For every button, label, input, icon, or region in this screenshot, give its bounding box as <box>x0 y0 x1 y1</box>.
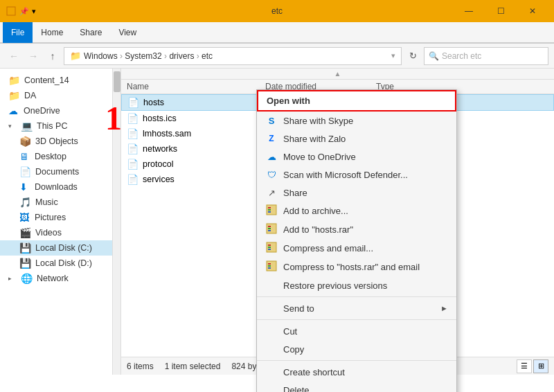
cm-item-compress-hostsrar-email[interactable]: Compress to "hosts.rar" and email <box>257 258 456 276</box>
col-name-header[interactable]: Name <box>127 82 265 91</box>
cm-label: Compress to "hosts.rar" and email <box>283 262 448 272</box>
network-icon: 🌐 <box>21 273 33 284</box>
sidebar-item-downloads[interactable]: ⬇ Downloads <box>0 179 120 195</box>
sidebar-item-label: 3D Objects <box>35 136 78 146</box>
view-details-button[interactable]: ☰ <box>517 359 532 373</box>
sidebar-item-pictures[interactable]: 🖼 Pictures <box>0 210 120 225</box>
sidebar-item-documents[interactable]: 📄 Documents <box>0 164 120 179</box>
maximize-button[interactable]: ☐ <box>485 0 517 22</box>
sidebar-item-3dobjects[interactable]: 📦 3D Objects <box>0 134 120 149</box>
context-menu-header[interactable]: Open with <box>257 90 456 112</box>
cm-item-compress-email[interactable]: Compress and email... <box>257 239 456 258</box>
address-path[interactable]: 📁 Windows › System32 › drivers › etc ▾ <box>64 47 402 65</box>
zalo-icon: Z <box>265 134 278 143</box>
folder-icon: 📁 <box>8 75 20 86</box>
svg-rect-14 <box>268 263 271 265</box>
sidebar-item-videos[interactable]: 🎬 Videos <box>0 225 120 240</box>
archive-icon <box>265 204 278 217</box>
cm-item-add-archive[interactable]: Add to archive... <box>257 202 456 220</box>
path-dropdown[interactable]: ▾ <box>391 51 395 60</box>
cm-item-delete[interactable]: Delete <box>257 381 456 392</box>
cm-label: Compress and email... <box>283 243 448 253</box>
sidebar-item-label: Pictures <box>35 213 66 222</box>
cm-item-copy[interactable]: Copy <box>257 340 456 358</box>
quick-access-pin[interactable]: 📌 <box>19 7 29 16</box>
file-icon: 📄 <box>127 128 138 139</box>
minimize-button[interactable]: — <box>453 0 485 22</box>
tab-share[interactable]: Share <box>71 22 110 43</box>
tab-home[interactable]: Home <box>33 22 71 43</box>
tab-file[interactable]: File <box>3 22 33 43</box>
tab-view[interactable]: View <box>110 22 145 43</box>
folder-icon: 📦 <box>19 136 31 147</box>
cm-item-cut[interactable]: Cut <box>257 322 456 340</box>
sidebar-item-label: This PC <box>37 121 67 131</box>
sidebar-item-desktop[interactable]: 🖥 Desktop <box>0 149 120 164</box>
close-button[interactable]: ✕ <box>517 0 548 22</box>
sidebar-item-label: Videos <box>35 228 62 238</box>
svg-rect-15 <box>268 265 271 267</box>
localdisk-icon: 💾 <box>19 242 31 253</box>
back-button[interactable]: ← <box>6 48 22 64</box>
title-bar: 📌 ▾ etc — ☐ ✕ <box>0 0 554 22</box>
sidebar-item-content14[interactable]: 📁 Content_14 <box>0 73 120 88</box>
quick-access-down[interactable]: ▾ <box>32 7 36 16</box>
cm-item-sendto[interactable]: Send to ► <box>257 299 456 317</box>
search-placeholder: Search etc <box>442 51 481 61</box>
file-name: hosts.ics <box>143 114 267 123</box>
sidebar-item-label: Downloads <box>35 182 78 192</box>
cm-label: Add to archive... <box>283 206 448 216</box>
skype-icon: S <box>265 116 278 126</box>
cm-item-restore-versions[interactable]: Restore previous versions <box>257 276 456 294</box>
sidebar-item-music[interactable]: 🎵 Music <box>0 195 120 210</box>
sidebar-item-thispc[interactable]: ▾ 💻 This PC <box>0 118 120 134</box>
svg-rect-12 <box>268 249 271 250</box>
status-item-count: 6 items <box>127 362 154 371</box>
music-icon: 🎵 <box>19 197 31 208</box>
address-bar: ← → ↑ 📁 Windows › System32 › drivers › e… <box>0 44 554 69</box>
cm-label: Copy <box>283 344 448 355</box>
sidebar-item-localc[interactable]: 💾 Local Disk (C:) <box>0 240 120 256</box>
cm-label: Scan with Microsoft Defender... <box>283 170 448 180</box>
up-button[interactable]: ↑ <box>44 48 61 64</box>
cm-item-move-onedrive[interactable]: ☁ Move to OneDrive <box>257 148 456 166</box>
sidebar-item-onedrive[interactable]: ☁ OneDrive <box>0 103 120 118</box>
refresh-button[interactable]: ↻ <box>404 48 421 64</box>
cm-item-scan-defender[interactable]: 🛡 Scan with Microsoft Defender... <box>257 166 456 184</box>
path-folder-icon: 📁 <box>70 51 81 61</box>
thispc-icon: 💻 <box>21 121 33 132</box>
expand-icon: ▾ <box>8 123 17 130</box>
ribbon: File Home Share View <box>0 22 554 44</box>
sidebar-scrollbar[interactable] <box>112 69 120 375</box>
sidebar-item-label: Local Disk (C:) <box>35 243 92 253</box>
desktop-icon: 🖥 <box>19 151 30 162</box>
cm-label: Share <box>283 188 448 198</box>
localdisk-icon: 💾 <box>19 258 31 269</box>
path-text: Windows › System32 › drivers › etc <box>84 51 213 61</box>
svg-rect-16 <box>268 267 271 269</box>
search-box[interactable]: 🔍 Search etc <box>424 47 548 65</box>
cm-item-create-shortcut[interactable]: Create shortcut <box>257 363 456 381</box>
forward-button[interactable]: → <box>25 48 42 64</box>
archive-icon <box>265 223 278 236</box>
sidebar-scrollbar-thumb[interactable] <box>114 71 120 92</box>
file-icon: 📄 <box>127 143 138 154</box>
pictures-icon: 🖼 <box>19 212 30 223</box>
file-name: services <box>143 175 267 184</box>
cm-item-share-zalo[interactable]: Z Share with Zalo <box>257 130 456 148</box>
view-large-button[interactable]: ⊞ <box>533 359 548 373</box>
sidebar-item-locald[interactable]: 💾 Local Disk (D:) <box>0 256 120 271</box>
ribbon-tabs: File Home Share View <box>0 22 554 43</box>
sidebar-item-da[interactable]: 📁 DA <box>0 88 120 103</box>
sidebar-item-network[interactable]: ▸ 🌐 Network <box>0 271 120 286</box>
cm-item-share-skype[interactable]: S Share with Skype <box>257 112 456 130</box>
cm-label: Cut <box>283 326 448 337</box>
sidebar-item-label: Documents <box>35 167 79 177</box>
cm-item-add-hostsrar[interactable]: Add to "hosts.rar" <box>257 220 456 239</box>
onedrive-icon: ☁ <box>265 152 278 162</box>
sidebar-item-label: DA <box>24 91 36 100</box>
main-layout: 1 📁 Content_14 📁 DA ☁ OneDrive ▾ 💻 This … <box>0 69 554 375</box>
cm-item-share[interactable]: ↗ Share <box>257 184 456 202</box>
sidebar-item-label: Local Disk (D:) <box>35 258 92 268</box>
scroll-up[interactable]: ▲ <box>121 69 554 80</box>
